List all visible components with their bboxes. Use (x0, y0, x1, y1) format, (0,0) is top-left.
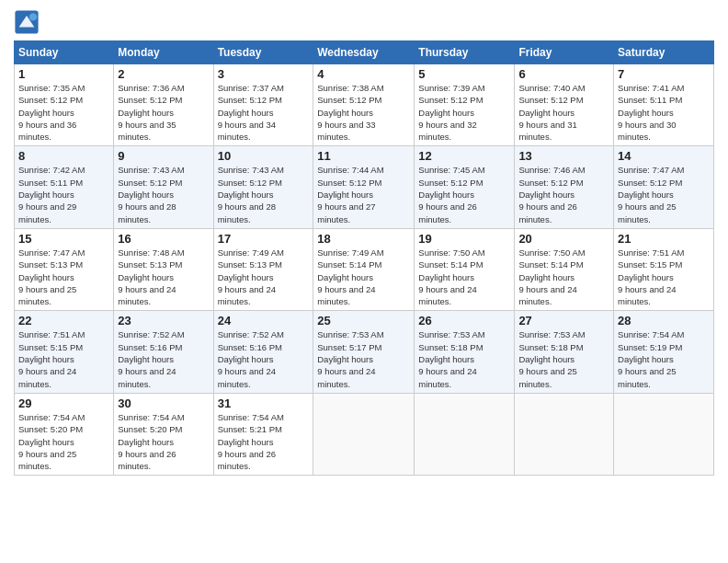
day-info: Sunrise: 7:54 AMSunset: 5:21 PMDaylight … (218, 411, 310, 472)
calendar-day-30: 30 Sunrise: 7:54 AMSunset: 5:20 PMDaylig… (114, 393, 213, 475)
calendar-day-26: 26 Sunrise: 7:53 AMSunset: 5:18 PMDaylig… (415, 311, 515, 393)
svg-point-2 (29, 13, 37, 20)
day-number: 2 (118, 67, 209, 81)
day-info: Sunrise: 7:53 AMSunset: 5:17 PMDaylight … (317, 328, 410, 389)
day-number: 6 (518, 67, 609, 81)
logo-icon (14, 9, 40, 35)
calendar-day-22: 22 Sunrise: 7:51 AMSunset: 5:15 PMDaylig… (15, 311, 114, 393)
day-info: Sunrise: 7:50 AMSunset: 5:14 PMDaylight … (518, 247, 609, 307)
day-number: 12 (418, 149, 510, 163)
day-info: Sunrise: 7:54 AMSunset: 5:19 PMDaylight … (618, 328, 710, 389)
day-number: 17 (218, 232, 310, 246)
calendar-day-13: 13 Sunrise: 7:46 AMSunset: 5:12 PMDaylig… (515, 146, 614, 228)
day-number: 13 (518, 149, 609, 163)
day-info: Sunrise: 7:51 AMSunset: 5:15 PMDaylight … (18, 328, 109, 389)
header-day-thursday: Thursday (415, 41, 515, 64)
calendar-day-20: 20 Sunrise: 7:50 AMSunset: 5:14 PMDaylig… (515, 228, 614, 310)
calendar-day-28: 28 Sunrise: 7:54 AMSunset: 5:19 PMDaylig… (614, 311, 714, 393)
day-info: Sunrise: 7:37 AMSunset: 5:12 PMDaylight … (218, 82, 310, 143)
day-number: 22 (18, 314, 109, 327)
calendar-day-14: 14 Sunrise: 7:47 AMSunset: 5:12 PMDaylig… (614, 146, 714, 228)
day-number: 16 (118, 232, 209, 246)
day-number: 19 (418, 232, 510, 246)
day-number: 25 (317, 314, 410, 327)
day-info: Sunrise: 7:54 AMSunset: 5:20 PMDaylight … (18, 411, 109, 472)
calendar-day-6: 6 Sunrise: 7:40 AMSunset: 5:12 PMDayligh… (515, 64, 614, 146)
calendar-week-3: 15 Sunrise: 7:47 AMSunset: 5:13 PMDaylig… (15, 228, 714, 310)
day-info: Sunrise: 7:44 AMSunset: 5:12 PMDaylight … (317, 164, 410, 224)
day-number: 20 (518, 232, 609, 246)
day-number: 5 (418, 67, 510, 81)
day-number: 26 (418, 314, 510, 327)
calendar-day-17: 17 Sunrise: 7:49 AMSunset: 5:13 PMDaylig… (213, 228, 313, 310)
day-info: Sunrise: 7:42 AMSunset: 5:11 PMDaylight … (18, 164, 109, 224)
day-info: Sunrise: 7:49 AMSunset: 5:13 PMDaylight … (218, 247, 310, 307)
calendar-day-4: 4 Sunrise: 7:38 AMSunset: 5:12 PMDayligh… (313, 64, 415, 146)
day-info: Sunrise: 7:36 AMSunset: 5:12 PMDaylight … (118, 82, 209, 143)
day-info: Sunrise: 7:50 AMSunset: 5:14 PMDaylight … (418, 247, 510, 307)
calendar-day-10: 10 Sunrise: 7:43 AMSunset: 5:12 PMDaylig… (213, 146, 313, 228)
day-info: Sunrise: 7:54 AMSunset: 5:20 PMDaylight … (118, 411, 209, 472)
day-info: Sunrise: 7:53 AMSunset: 5:18 PMDaylight … (418, 328, 510, 389)
calendar-day-5: 5 Sunrise: 7:39 AMSunset: 5:12 PMDayligh… (415, 64, 515, 146)
calendar-week-5: 29 Sunrise: 7:54 AMSunset: 5:20 PMDaylig… (15, 393, 714, 475)
calendar-day-29: 29 Sunrise: 7:54 AMSunset: 5:20 PMDaylig… (15, 393, 114, 475)
calendar-day-23: 23 Sunrise: 7:52 AMSunset: 5:16 PMDaylig… (114, 311, 213, 393)
header-day-tuesday: Tuesday (213, 41, 313, 64)
day-number: 9 (118, 149, 209, 163)
day-info: Sunrise: 7:43 AMSunset: 5:12 PMDaylight … (118, 164, 209, 224)
day-info: Sunrise: 7:53 AMSunset: 5:18 PMDaylight … (518, 328, 609, 389)
day-info: Sunrise: 7:52 AMSunset: 5:16 PMDaylight … (218, 328, 310, 389)
calendar-day-19: 19 Sunrise: 7:50 AMSunset: 5:14 PMDaylig… (415, 228, 515, 310)
day-info: Sunrise: 7:51 AMSunset: 5:15 PMDaylight … (618, 247, 710, 307)
day-number: 15 (18, 232, 109, 246)
calendar-table: SundayMondayTuesdayWednesdayThursdayFrid… (14, 40, 714, 476)
day-number: 23 (118, 314, 209, 327)
calendar-container: SundayMondayTuesdayWednesdayThursdayFrid… (0, 0, 728, 563)
day-info: Sunrise: 7:43 AMSunset: 5:12 PMDaylight … (218, 164, 310, 224)
day-info: Sunrise: 7:41 AMSunset: 5:11 PMDaylight … (618, 82, 710, 143)
calendar-day-24: 24 Sunrise: 7:52 AMSunset: 5:16 PMDaylig… (213, 311, 313, 393)
calendar-day-31: 31 Sunrise: 7:54 AMSunset: 5:21 PMDaylig… (213, 393, 313, 475)
calendar-day-1: 1 Sunrise: 7:35 AMSunset: 5:12 PMDayligh… (15, 64, 114, 146)
day-info: Sunrise: 7:49 AMSunset: 5:14 PMDaylight … (317, 247, 410, 307)
day-number: 28 (618, 314, 710, 327)
day-info: Sunrise: 7:48 AMSunset: 5:13 PMDaylight … (118, 247, 209, 307)
calendar-day-2: 2 Sunrise: 7:36 AMSunset: 5:12 PMDayligh… (114, 64, 213, 146)
header-day-sunday: Sunday (15, 41, 114, 64)
day-number: 27 (518, 314, 609, 327)
calendar-day-16: 16 Sunrise: 7:48 AMSunset: 5:13 PMDaylig… (114, 228, 213, 310)
logo (14, 9, 41, 35)
day-info: Sunrise: 7:52 AMSunset: 5:16 PMDaylight … (118, 328, 209, 389)
calendar-day-21: 21 Sunrise: 7:51 AMSunset: 5:15 PMDaylig… (614, 228, 714, 310)
header-day-monday: Monday (114, 41, 213, 64)
day-info: Sunrise: 7:38 AMSunset: 5:12 PMDaylight … (317, 82, 410, 143)
day-info: Sunrise: 7:39 AMSunset: 5:12 PMDaylight … (418, 82, 510, 143)
day-number: 8 (18, 149, 109, 163)
calendar-day-27: 27 Sunrise: 7:53 AMSunset: 5:18 PMDaylig… (515, 311, 614, 393)
calendar-empty-cell (313, 393, 415, 475)
day-number: 1 (18, 67, 109, 81)
header-day-saturday: Saturday (614, 41, 714, 64)
day-number: 3 (218, 67, 310, 81)
day-number: 30 (118, 396, 209, 410)
day-number: 7 (618, 67, 710, 81)
day-number: 18 (317, 232, 410, 246)
header-day-friday: Friday (515, 41, 614, 64)
day-info: Sunrise: 7:35 AMSunset: 5:12 PMDaylight … (18, 82, 109, 143)
header-day-wednesday: Wednesday (313, 41, 415, 64)
header (14, 9, 714, 35)
calendar-day-15: 15 Sunrise: 7:47 AMSunset: 5:13 PMDaylig… (15, 228, 114, 310)
day-info: Sunrise: 7:40 AMSunset: 5:12 PMDaylight … (518, 82, 609, 143)
day-number: 4 (317, 67, 410, 81)
day-number: 21 (618, 232, 710, 246)
calendar-day-8: 8 Sunrise: 7:42 AMSunset: 5:11 PMDayligh… (15, 146, 114, 228)
day-number: 29 (18, 396, 109, 410)
calendar-week-4: 22 Sunrise: 7:51 AMSunset: 5:15 PMDaylig… (15, 311, 714, 393)
day-number: 11 (317, 149, 410, 163)
calendar-empty-cell (614, 393, 714, 475)
day-number: 24 (218, 314, 310, 327)
calendar-day-18: 18 Sunrise: 7:49 AMSunset: 5:14 PMDaylig… (313, 228, 415, 310)
calendar-day-12: 12 Sunrise: 7:45 AMSunset: 5:12 PMDaylig… (415, 146, 515, 228)
calendar-header-row: SundayMondayTuesdayWednesdayThursdayFrid… (15, 41, 714, 64)
